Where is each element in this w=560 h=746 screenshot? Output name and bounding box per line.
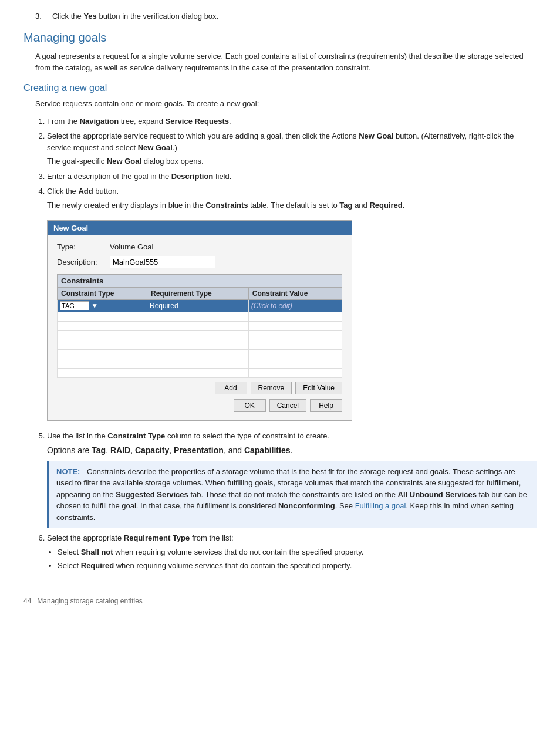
add-button[interactable]: Add (215, 382, 247, 394)
col-constraint-value: Constraint Value (248, 288, 342, 300)
page-footer: 44 Managing storage catalog entities (23, 597, 537, 605)
step1-sr-bold: Service Requests (166, 117, 229, 126)
step3-rest: button in the verification dialog box. (97, 12, 218, 21)
step4-constraints-bold: Constraints (205, 201, 248, 210)
dialog-desc-row: Description: (57, 256, 342, 268)
dialog-buttons-row2: OK Cancel Help (57, 396, 342, 413)
step6-bullets: Select Shall not when requiring volume s… (47, 546, 537, 572)
note-bold1: Suggested Services (116, 490, 188, 499)
dialog-type-label: Type: (57, 242, 110, 251)
step5-bold: Constraint Type (107, 431, 165, 440)
dialog-desc-label: Description: (57, 258, 110, 266)
ok-button[interactable]: OK (234, 399, 266, 412)
creating-new-goal-body: Service requests contain one or more goa… (23, 98, 537, 572)
remove-button[interactable]: Remove (251, 382, 292, 394)
step4-subnote: The newly created entry displays in blue… (47, 200, 537, 211)
step3: Enter a description of the goal in the D… (47, 171, 537, 183)
dialog-buttons-row1: Add Remove Edit Value (57, 378, 342, 396)
constraints-label: Constraints (57, 274, 342, 287)
step3-desc-bold: Description (171, 172, 214, 181)
constraints-table: Constraint Type Requirement Type Constra… (57, 287, 342, 378)
step3-bold: Yes (83, 12, 96, 21)
step4-tag-bold: Tag (339, 201, 352, 210)
step2-subnote-bold: New Goal (107, 157, 141, 166)
constraints-section: Constraints Constraint Type Requirement … (57, 274, 342, 378)
table-row (58, 331, 342, 340)
footer-divider (23, 579, 537, 579)
step6: Select the appropriate Requirement Type … (47, 532, 537, 572)
step3-intro: 3. Click the Yes button in the verificat… (23, 12, 537, 21)
step3-text: Click the (52, 12, 83, 21)
dialog-type-row: Type: Volume Goal (57, 242, 342, 251)
note-text2: tab. Those that do not match the constra… (188, 490, 398, 499)
table-row (58, 350, 342, 359)
step2-subnote: The goal-specific New Goal dialog box op… (47, 156, 537, 167)
col-requirement-type: Requirement Type (147, 288, 248, 300)
tag-dropdown[interactable]: TAG (60, 301, 89, 310)
creating-new-goal-heading: Creating a new goal (23, 83, 537, 93)
col-constraint-type: Constraint Type (58, 288, 147, 300)
new-goal-dialog: New Goal Type: Volume Goal Description: … (47, 220, 352, 421)
step5: Use the list in the Constraint Type colu… (47, 430, 537, 528)
table-row (58, 312, 342, 322)
table-row (58, 359, 342, 369)
step5-options: Options are Tag, RAID, Capacity, Present… (47, 444, 537, 457)
dialog-type-value: Volume Goal (110, 242, 153, 251)
steps-list-continued: Use the list in the Constraint Type colu… (35, 430, 537, 572)
note-bold3: Nonconforming (278, 501, 335, 510)
help-button[interactable]: Help (310, 399, 342, 412)
note-text4: . See (335, 501, 355, 510)
dialog-title: New Goal (53, 224, 88, 232)
step6-bold: Requirement Type (124, 534, 190, 542)
constraints-header-row: Constraint Type Requirement Type Constra… (58, 288, 342, 300)
dialog-box: New Goal Type: Volume Goal Description: … (47, 220, 352, 421)
row-req-type: Required (147, 300, 248, 312)
step4: Click the Add button. The newly created … (47, 185, 537, 211)
row-constraint-type[interactable]: TAG ▼ (58, 300, 147, 312)
step3-number: 3. (35, 12, 42, 21)
footer-text: Managing storage catalog entities (37, 597, 142, 605)
dialog-content: Type: Volume Goal Description: Constrain… (48, 235, 352, 420)
row-constraint-value[interactable]: (Click to edit) (248, 300, 342, 312)
dropdown-arrow: ▼ (91, 302, 98, 310)
note-label: NOTE: (56, 467, 80, 476)
step1-nav-bold: Navigation (80, 117, 119, 126)
dialog-desc-input[interactable] (110, 256, 215, 268)
managing-goals-heading: Managing goals (23, 31, 537, 45)
step2-newgoal-bold1: New Goal (359, 131, 393, 140)
step4-add-bold: Add (78, 187, 93, 195)
step2-newgoal-bold2: New Goal (138, 143, 173, 152)
note-bold2: All Unbound Services (398, 490, 477, 499)
page-number: 44 (23, 597, 31, 605)
fulfilling-goal-link[interactable]: Fulfilling a goal (355, 501, 406, 510)
managing-goals-body: A goal represents a request for a single… (23, 50, 537, 73)
steps-intro: Service requests contain one or more goa… (35, 98, 537, 110)
table-row-selected[interactable]: TAG ▼ Required (Click to edit) (58, 300, 342, 312)
step2: Select the appropriate service request t… (47, 130, 537, 167)
cancel-button[interactable]: Cancel (269, 399, 306, 412)
managing-goals-description: A goal represents a request for a single… (35, 50, 537, 73)
steps-list: From the Navigation tree, expand Service… (35, 116, 537, 211)
step6-shall-not: Shall not (81, 548, 113, 556)
table-row (58, 369, 342, 378)
table-row (58, 322, 342, 331)
step6-required: Required (81, 561, 114, 570)
note-box: NOTE: Constraints describe the propertie… (47, 461, 537, 528)
step1: From the Navigation tree, expand Service… (47, 116, 537, 127)
edit-value-button[interactable]: Edit Value (295, 382, 342, 394)
table-row (58, 340, 342, 350)
step6-bullet1: Select Shall not when requiring volume s… (58, 546, 537, 558)
dialog-titlebar: New Goal (48, 221, 352, 235)
step4-required-bold: Required (369, 201, 402, 210)
step6-bullet2: Select Required when requiring volume se… (58, 560, 537, 572)
